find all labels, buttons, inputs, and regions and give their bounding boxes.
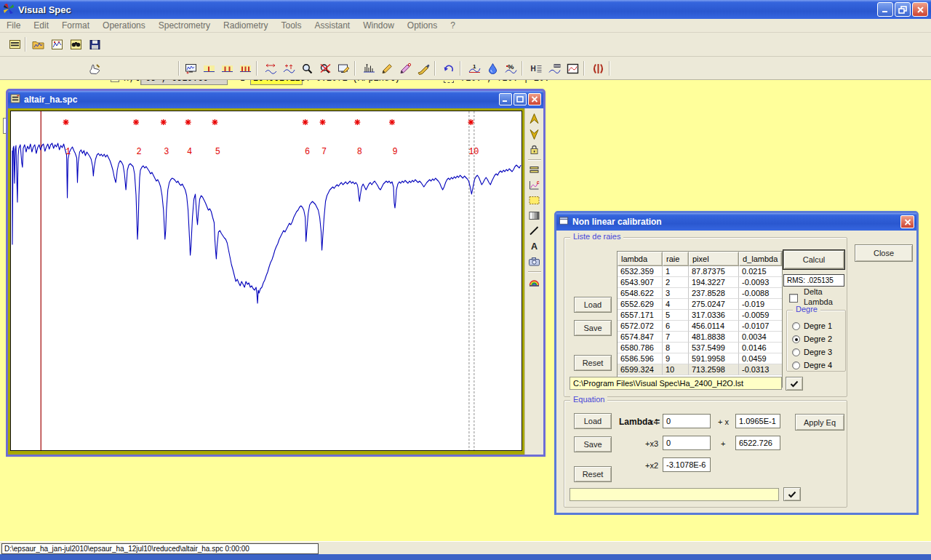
select-icon[interactable]	[527, 193, 543, 208]
degre-radio-3[interactable]: Degre 3	[792, 348, 832, 356]
eq-x1-field[interactable]: 1.0965E-1	[735, 414, 780, 428]
pencil-icon[interactable]	[378, 60, 396, 76]
eq-reset-button[interactable]: Reset	[574, 466, 612, 482]
close-button[interactable]	[912, 2, 928, 17]
table-row[interactable]: 6548.6223237.8528-0.0088	[618, 288, 782, 299]
text-icon[interactable]: A	[527, 239, 543, 254]
spectrum-plot[interactable]: 12345678910	[11, 111, 522, 450]
hand-edit-button[interactable]	[86, 60, 103, 76]
dialog-close-button[interactable]	[900, 215, 914, 228]
save-icon[interactable]	[86, 36, 103, 52]
list-path-confirm-button[interactable]	[786, 377, 803, 391]
menu-tools[interactable]: Tools	[274, 19, 308, 32]
calcul-button[interactable]: Calcul	[783, 250, 844, 269]
column-header-lambda[interactable]: lambda	[618, 252, 663, 266]
close-dialog-button[interactable]: Close	[855, 244, 913, 262]
dialog-titlebar[interactable]: Non linear calibration	[556, 213, 916, 231]
element2-icon[interactable]	[218, 60, 236, 76]
shift-icon[interactable]	[262, 60, 279, 76]
column-header-raie[interactable]: raie	[663, 252, 689, 266]
column-header-pixel[interactable]: pixel	[689, 252, 739, 266]
calibration-table[interactable]: lambdaraiepixeld_lambda6532.359187.87375…	[617, 251, 783, 388]
table-row[interactable]: 6586.5969591.99580.0459	[618, 353, 782, 364]
degre-radio-1[interactable]: Degre 1	[792, 321, 832, 330]
measure-icon[interactable]	[546, 60, 563, 76]
open-display-icon[interactable]	[48, 36, 65, 52]
element3-icon[interactable]	[236, 60, 254, 76]
list-reset-button[interactable]: Reset	[574, 355, 612, 371]
spectrum-close-button[interactable]	[528, 93, 541, 105]
menu-assistant[interactable]: Assistant	[308, 19, 356, 32]
eq-save-button[interactable]: Save	[574, 436, 612, 452]
spectrum-window-titlebar[interactable]: altair_ha.spc	[8, 91, 543, 108]
list-icon[interactable]: H	[527, 60, 545, 76]
table-row[interactable]: 6552.6294275.0247-0.019	[618, 299, 782, 310]
display-icon[interactable]	[182, 60, 199, 76]
crop-icon[interactable]	[564, 60, 581, 76]
table-row[interactable]: 6572.0726456.0114-0.0107	[618, 321, 782, 332]
menu-operations[interactable]: Operations	[96, 19, 152, 32]
eq-load-button[interactable]: Load	[574, 413, 612, 429]
menu-edit[interactable]: Edit	[27, 19, 55, 32]
undo-icon[interactable]	[440, 60, 457, 76]
print-icon[interactable]	[6, 36, 23, 52]
peaks-icon[interactable]	[360, 60, 377, 76]
eq-x3-field[interactable]: 0	[663, 436, 711, 450]
degre-radio-4[interactable]: Degre 4	[792, 361, 832, 369]
restore-button[interactable]	[895, 2, 911, 17]
minimize-button[interactable]	[877, 2, 893, 17]
list-file-path-field[interactable]: C:\Program Files\Visual Spec\Ha_2400_H2O…	[570, 377, 782, 390]
spectrum-maximize-button[interactable]	[514, 93, 527, 105]
menu-format[interactable]: Format	[55, 19, 96, 32]
spectrum-minimize-button[interactable]	[499, 93, 512, 105]
table-cell: 8	[663, 343, 689, 353]
spectrum-plot-area[interactable]: 12345678910	[10, 111, 522, 451]
table-row[interactable]: 6580.7868537.54990.0146	[618, 343, 782, 353]
table-row[interactable]: 6532.359187.873750.0215	[618, 266, 782, 277]
column-header-d_lambda[interactable]: d_lambda	[739, 252, 782, 266]
normalize-icon[interactable]: 1	[466, 60, 483, 76]
table-row[interactable]: 6543.9072194.3227-0.0093	[618, 277, 782, 288]
rainbow-icon[interactable]	[527, 274, 543, 289]
scale-icon[interactable]	[280, 60, 297, 76]
arrow-up-icon[interactable]	[527, 111, 543, 127]
delta-lambda-checkbox[interactable]	[789, 294, 798, 303]
menu-options[interactable]: Options	[401, 19, 444, 32]
menu-window[interactable]: Window	[356, 19, 401, 32]
menu-radiometry[interactable]: Radiometry	[217, 19, 274, 32]
line-icon[interactable]	[527, 223, 543, 239]
eq-const-field[interactable]: 6522.726	[735, 436, 780, 450]
element1-icon[interactable]	[200, 60, 217, 76]
list-save-button[interactable]: Save	[574, 320, 612, 336]
menu-[interactable]: ?	[444, 19, 462, 32]
equal-icon[interactable]	[527, 162, 543, 177]
table-row[interactable]: 6557.1715317.0336-0.0059	[618, 310, 782, 321]
menu-spectrometry[interactable]: Spectrometry	[152, 19, 217, 32]
table-row[interactable]: 6599.32410713.2598-0.0313	[618, 364, 782, 375]
percent-icon[interactable]: %	[502, 60, 519, 76]
edit-display-icon[interactable]	[335, 60, 352, 76]
tools-toolbar: ✓intensity blue 1%H	[0, 57, 931, 80]
drop-icon[interactable]	[484, 60, 501, 76]
arrow-down-icon[interactable]	[527, 127, 543, 142]
eq-x4-field[interactable]: 0	[663, 414, 711, 428]
camera-icon[interactable]	[527, 254, 543, 269]
lock-icon[interactable]	[527, 142, 543, 157]
gradient-icon[interactable]	[527, 208, 543, 223]
zoom-icon[interactable]	[298, 60, 316, 76]
pencil-plus-icon[interactable]	[396, 60, 414, 76]
brush-icon[interactable]	[415, 60, 432, 76]
open-profile-icon[interactable]	[29, 36, 47, 52]
eq-x2-field[interactable]: -3.1078E-6	[663, 457, 711, 472]
apply-eq-button[interactable]: Apply Eq	[795, 414, 844, 431]
search-profile-icon[interactable]	[67, 36, 84, 52]
menu-file[interactable]: File	[0, 19, 27, 32]
degre-radio-2[interactable]: Degre 2	[792, 335, 832, 343]
unzoom-icon[interactable]	[316, 60, 334, 76]
split-icon[interactable]	[589, 60, 607, 76]
eq-path-confirm-button[interactable]	[783, 487, 801, 501]
table-row[interactable]: 6574.8477481.88380.0034	[618, 332, 782, 343]
eq-file-path-field[interactable]	[570, 488, 779, 501]
list-load-button[interactable]: Load	[574, 297, 612, 313]
ref-curve-icon[interactable]: c	[527, 177, 543, 193]
